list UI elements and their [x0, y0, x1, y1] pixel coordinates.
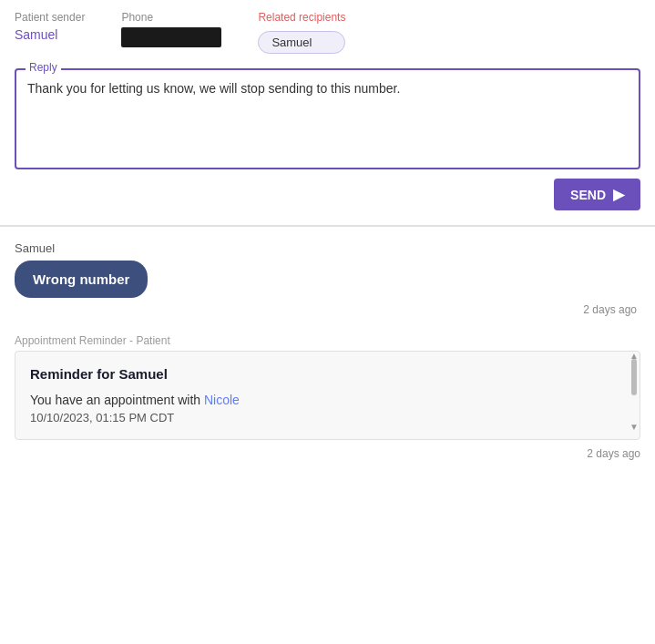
message-bubble: Wrong number [15, 261, 148, 298]
related-recipients-group: Related recipients Samuel [258, 11, 345, 54]
message-block: Samuel Wrong number 2 days ago [15, 241, 640, 316]
reply-legend: Reply [26, 61, 61, 74]
phone-redacted-value [121, 27, 221, 47]
reminder-body-prefix: You have an appointment with [30, 393, 204, 407]
reminder-body-name: Nicole [204, 393, 240, 407]
reminder-title: Reminder for Samuel [30, 366, 625, 382]
related-recipients-label: Related recipients [258, 11, 345, 24]
reminder-scrollbar[interactable]: ▲ ▼ [630, 352, 638, 439]
reminder-body: You have an appointment with Nicole [30, 393, 625, 407]
reminder-time-footer: 2 days ago [15, 447, 640, 460]
reminder-card: ▲ ▼ Reminder for Samuel You have an appo… [15, 351, 640, 440]
recipient-tag[interactable]: Samuel [258, 31, 345, 54]
send-arrow-icon: ▶ [613, 186, 624, 203]
reminder-date: 10/10/2023, 01:15 PM CDT [30, 411, 625, 424]
messages-section: Samuel Wrong number 2 days ago Appointme… [0, 227, 655, 475]
patient-sender-group: Patient sender Samuel [15, 11, 85, 42]
send-row: SEND ▶ [15, 179, 640, 210]
top-section: Patient sender Samuel Phone Related reci… [0, 0, 655, 226]
reminder-header: Appointment Reminder - Patient [15, 334, 640, 347]
message-sender: Samuel [15, 241, 640, 255]
scrollbar-down-arrow[interactable]: ▼ [629, 423, 639, 432]
appointment-reminder-block: Appointment Reminder - Patient ▲ ▼ Remin… [15, 334, 640, 460]
message-time: 2 days ago [15, 303, 640, 316]
reply-box: Reply Thank you for letting us know, we … [15, 68, 640, 169]
scrollbar-thumb [631, 359, 637, 395]
phone-group: Phone [121, 11, 221, 47]
top-fields: Patient sender Samuel Phone Related reci… [15, 11, 640, 54]
phone-label: Phone [121, 11, 221, 24]
send-button-label: SEND [570, 188, 606, 202]
send-button[interactable]: SEND ▶ [554, 179, 640, 210]
reply-textarea[interactable]: Thank you for letting us know, we will s… [27, 81, 628, 154]
patient-sender-value[interactable]: Samuel [15, 27, 85, 42]
patient-sender-label: Patient sender [15, 11, 85, 24]
